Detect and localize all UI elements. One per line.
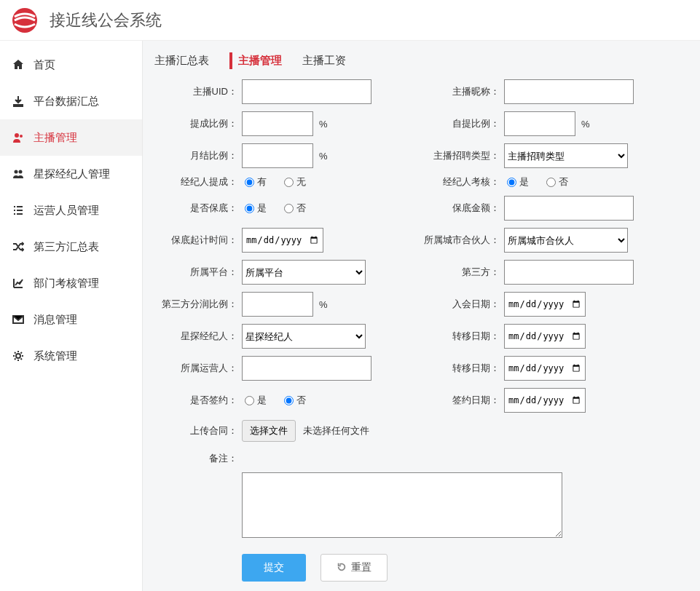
input-signdate[interactable] xyxy=(504,388,586,413)
sidebar-label: 平台数据汇总 xyxy=(34,95,99,108)
form: 主播UID： 主播昵称： 提成比例： % 自提比例： % 月结比例： xyxy=(154,79,694,582)
sidebar-label: 首页 xyxy=(34,58,55,72)
radio-agentcut-yes[interactable]: 有 xyxy=(245,175,267,189)
radio-agentcheck-no[interactable]: 否 xyxy=(546,175,568,189)
label-partner: 所属城市合伙人： xyxy=(417,234,504,247)
label-signed: 是否签约： xyxy=(154,394,242,407)
tab-manage[interactable]: 主播管理 xyxy=(229,52,282,69)
label-agentcut: 经纪人提成： xyxy=(154,175,242,189)
label-selfcommission: 自提比例： xyxy=(417,117,504,130)
select-partner[interactable]: 所属城市合伙人 xyxy=(504,228,628,253)
radio-agentcheck-yes[interactable]: 是 xyxy=(507,175,529,189)
input-uid[interactable] xyxy=(242,79,371,104)
radio-hasbase-no[interactable]: 否 xyxy=(284,202,306,215)
label-thirdcut: 第三方分润比例： xyxy=(154,298,242,311)
label-basestart: 保底起计时间： xyxy=(154,234,242,247)
gear-icon xyxy=(12,349,25,362)
select-platform[interactable]: 所属平台 xyxy=(242,260,366,285)
sidebar-label: 第三方汇总表 xyxy=(34,240,99,254)
refresh-icon xyxy=(337,562,347,574)
input-transfer1[interactable] xyxy=(504,324,586,349)
label-third: 第三方： xyxy=(417,266,504,279)
svg-point-4 xyxy=(19,170,23,174)
label-transfer1: 转移日期： xyxy=(417,330,504,343)
input-selfcommission[interactable] xyxy=(504,111,575,136)
label-operator: 所属运营人： xyxy=(154,362,242,375)
svg-point-2 xyxy=(20,135,23,138)
radio-signed-no[interactable]: 否 xyxy=(284,394,306,407)
pct: % xyxy=(581,119,590,130)
input-transfer2[interactable] xyxy=(504,356,586,381)
content: 主播汇总表 主播管理 主播工资 主播UID： 主播昵称： 提成比例： % 自提比… xyxy=(143,41,700,591)
input-baseamt[interactable] xyxy=(504,196,634,221)
people-icon xyxy=(12,131,25,144)
textarea-remark[interactable] xyxy=(242,472,562,538)
list-icon xyxy=(12,204,25,217)
svg-point-1 xyxy=(15,133,19,138)
pct: % xyxy=(319,151,328,162)
input-monthly[interactable] xyxy=(242,143,313,168)
input-nick[interactable] xyxy=(504,79,634,104)
sidebar-item-anchor[interactable]: 主播管理 xyxy=(0,119,142,156)
sidebar-label: 消息管理 xyxy=(34,313,77,327)
sidebar-label: 运营人员管理 xyxy=(34,204,99,218)
svg-point-3 xyxy=(15,170,18,174)
select-hiretype[interactable]: 主播招聘类型 xyxy=(504,143,628,168)
file-select-button[interactable]: 选择文件 xyxy=(242,420,296,442)
input-thirdcut[interactable] xyxy=(242,292,313,317)
label-hiretype: 主播招聘类型： xyxy=(417,149,504,162)
sidebar-item-operator[interactable]: 运营人员管理 xyxy=(0,192,142,229)
input-third[interactable] xyxy=(504,260,634,285)
sidebar: 首页 平台数据汇总 主播管理 星探经纪人管理 运营人员管理 xyxy=(0,41,143,591)
radio-hasbase-yes[interactable]: 是 xyxy=(245,202,267,215)
label-remark: 备注： xyxy=(154,449,242,465)
app-title: 接近线公会系统 xyxy=(50,9,162,31)
tab-summary[interactable]: 主播汇总表 xyxy=(154,52,209,69)
pct: % xyxy=(319,299,328,310)
pct: % xyxy=(319,119,328,130)
label-signdate: 签约日期： xyxy=(417,394,504,407)
label-platform: 所属平台： xyxy=(154,266,242,279)
input-operator[interactable] xyxy=(242,356,371,381)
sidebar-item-third[interactable]: 第三方汇总表 xyxy=(0,229,142,265)
label-baseamt: 保底金额： xyxy=(417,202,504,215)
sidebar-item-sys[interactable]: 系统管理 xyxy=(0,338,142,374)
label-commission: 提成比例： xyxy=(154,117,242,130)
download-icon xyxy=(12,95,25,108)
input-basestart[interactable] xyxy=(242,228,323,253)
home-icon xyxy=(12,58,25,71)
sidebar-item-dept[interactable]: 部门考核管理 xyxy=(0,265,142,301)
radio-agentcut-no[interactable]: 无 xyxy=(284,175,306,189)
label-upload: 上传合同： xyxy=(154,424,242,437)
label-joindate: 入会日期： xyxy=(417,298,504,311)
kpi-icon xyxy=(12,277,25,290)
header: 接近线公会系统 xyxy=(0,0,700,41)
sidebar-label: 主播管理 xyxy=(34,131,77,145)
tab-salary[interactable]: 主播工资 xyxy=(302,52,346,69)
sidebar-label: 部门考核管理 xyxy=(34,277,99,290)
reset-button[interactable]: 重置 xyxy=(320,554,388,582)
sidebar-label: 系统管理 xyxy=(34,349,77,363)
form-actions: 提交 重置 xyxy=(154,554,679,582)
input-commission[interactable] xyxy=(242,111,313,136)
select-agent[interactable]: 星探经纪人 xyxy=(242,324,366,349)
tabs: 主播汇总表 主播管理 主播工资 xyxy=(154,52,694,69)
sidebar-item-platform[interactable]: 平台数据汇总 xyxy=(0,83,142,119)
shuffle-icon xyxy=(12,240,25,253)
sidebar-item-home[interactable]: 首页 xyxy=(0,47,142,83)
label-transfer2: 转移日期： xyxy=(417,362,504,375)
svg-point-6 xyxy=(16,354,20,358)
label-agent: 星探经纪人： xyxy=(154,330,242,343)
label-monthly: 月结比例： xyxy=(154,149,242,162)
label-uid: 主播UID： xyxy=(154,85,242,98)
radio-signed-yes[interactable]: 是 xyxy=(245,394,267,407)
logo-icon xyxy=(12,7,38,33)
label-agentcheck: 经纪人考核： xyxy=(417,175,504,189)
sidebar-item-agent[interactable]: 星探经纪人管理 xyxy=(0,156,142,192)
submit-button[interactable]: 提交 xyxy=(242,554,306,582)
group-icon xyxy=(12,167,25,181)
mail-icon xyxy=(12,313,25,326)
sidebar-item-msg[interactable]: 消息管理 xyxy=(0,301,142,338)
file-hint: 未选择任何文件 xyxy=(303,424,369,437)
input-joindate[interactable] xyxy=(504,292,586,317)
